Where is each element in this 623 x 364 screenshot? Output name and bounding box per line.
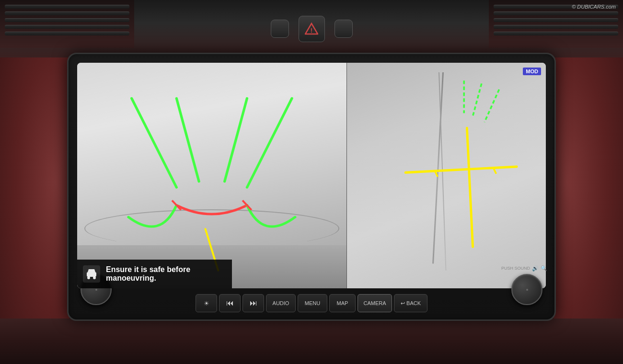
car-infotainment-scene: ! © DUBICARS.com (0, 0, 623, 364)
next-track-button[interactable]: ⏭ (242, 294, 264, 312)
svg-line-15 (485, 90, 499, 122)
svg-line-14 (473, 83, 481, 116)
menu-button[interactable]: MENU (298, 294, 327, 312)
camera-button[interactable]: CAMERA (358, 294, 392, 312)
svg-point-12 (93, 276, 96, 279)
svg-marker-10 (88, 269, 95, 272)
safety-message-bar: Ensure it is safe before manoeuvring. (77, 260, 232, 288)
side-camera-view: MOD (346, 63, 546, 288)
infotainment-unit: Ensure it is safe before manoeuvring. MO… (67, 53, 556, 321)
svg-line-2 (132, 98, 177, 187)
svg-line-16 (467, 128, 473, 247)
bottom-area (0, 318, 623, 364)
svg-point-11 (87, 276, 90, 279)
svg-line-5 (247, 98, 292, 187)
svg-line-4 (225, 98, 247, 182)
hazard-button[interactable]: ! (299, 16, 325, 42)
vent-slat (5, 5, 129, 9)
center-top-controls: ! (271, 16, 353, 42)
top-button-right[interactable] (335, 20, 353, 38)
svg-rect-9 (87, 272, 96, 277)
back-button[interactable]: ↩ BACK (394, 294, 427, 312)
vent-slat (494, 18, 618, 22)
vent-slat (494, 32, 618, 35)
push-sound-label: PUSH SOUND 🔊 🔍 (501, 265, 547, 272)
vent-slat (494, 11, 618, 15)
display-screen: Ensure it is safe before manoeuvring. MO… (77, 63, 546, 288)
rear-camera-view: Ensure it is safe before manoeuvring. (77, 63, 346, 288)
vent-slat (5, 11, 129, 15)
vent-slat (5, 32, 129, 35)
vent-left (0, 0, 134, 48)
side-guide-lines (347, 63, 546, 288)
vent-slat (5, 18, 129, 22)
mod-badge: MOD (523, 68, 541, 75)
vent-slat (494, 25, 618, 29)
safety-message-text: Ensure it is safe before manoeuvring. (106, 265, 226, 283)
brightness-button[interactable]: ☀ (196, 294, 217, 312)
vent-slat (5, 25, 129, 29)
svg-line-6 (172, 201, 181, 210)
control-buttons-row: ☀ ⏮ ⏭ AUDIO MENU MAP CAMERA ↩ BACK (73, 292, 550, 315)
svg-line-7 (242, 201, 252, 210)
map-button[interactable]: MAP (329, 294, 356, 312)
watermark: © DUBICARS.com (572, 4, 616, 10)
prev-track-button[interactable]: ⏮ (219, 294, 241, 312)
audio-button[interactable]: AUDIO (266, 294, 296, 312)
top-button-left[interactable] (271, 20, 289, 38)
svg-line-3 (176, 98, 199, 182)
dashboard-top: ! (0, 0, 623, 57)
svg-line-17 (405, 167, 517, 172)
parking-guide-lines (77, 63, 346, 288)
car-warning-icon (83, 265, 100, 283)
svg-text:!: ! (311, 27, 312, 34)
